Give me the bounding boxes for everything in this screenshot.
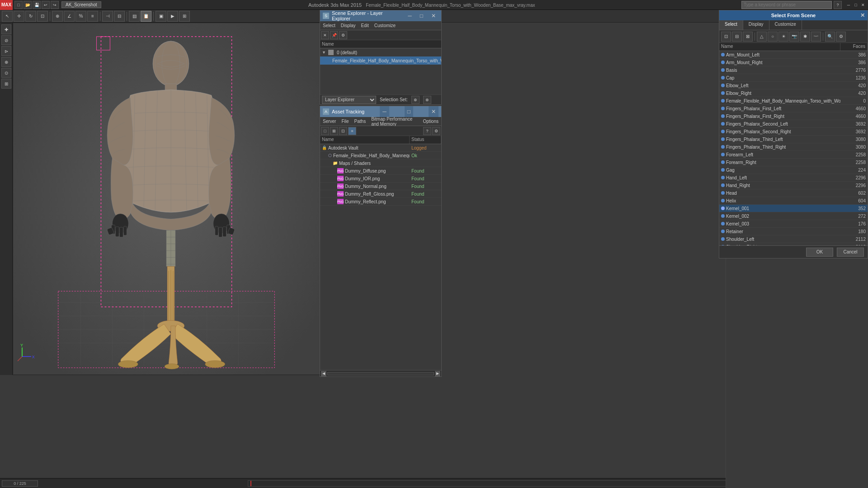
viewport[interactable]: [+] [Perspective] [ Shaded + Edged Faces… [13, 23, 320, 375]
angle-snap[interactable]: ∠ [64, 11, 75, 22]
at-menu-file[interactable]: File [340, 119, 349, 124]
motion-icon[interactable]: ⊕ [1, 57, 11, 67]
se-bottom-icon1[interactable]: ⊕ [411, 96, 420, 104]
sfs-lights[interactable]: ☀ [778, 32, 788, 42]
hierarchy-icon[interactable]: ⊳ [1, 46, 11, 56]
se-menu-select[interactable]: Select [322, 23, 336, 28]
sfs-object-row[interactable]: Shoulder_Left 2112 [719, 235, 868, 243]
workspace-tab[interactable]: AK_Screenshot [61, 1, 101, 8]
mirror-icon[interactable]: ⊣ [102, 11, 113, 22]
sfs-object-row[interactable]: Forearm_Right 2258 [719, 159, 868, 166]
sfs-object-row[interactable]: Cap 1236 [719, 74, 868, 82]
snap-toggle[interactable]: ⊕ [52, 11, 63, 22]
at-row-reflect[interactable]: PNG Dummy_Reflect.png Found [320, 198, 441, 206]
se-settings-icon[interactable]: ⚙ [339, 31, 347, 39]
sfs-object-row[interactable]: Hand_Left 2296 [719, 174, 868, 182]
render-icon[interactable]: ▶ [167, 11, 178, 22]
modify-icon[interactable]: ⊘ [1, 35, 11, 45]
sfs-object-row[interactable]: Fingers_Phalanx_Third_Left 3080 [719, 136, 868, 143]
sfs-shapes[interactable]: ○ [768, 32, 778, 42]
sfs-tab-display[interactable]: Display [743, 20, 769, 30]
scroll-left-btn[interactable]: ◀ [321, 371, 326, 376]
at-scrollbar[interactable]: ◀ ▶ [320, 370, 441, 376]
scene-explorer-icon[interactable]: 📋 [141, 11, 151, 22]
maximize-button[interactable]: □ [853, 2, 859, 8]
scene-explorer-close[interactable]: ✕ [429, 10, 439, 21]
sfs-object-row[interactable]: Gag 224 [719, 166, 868, 174]
sfs-object-row[interactable]: Fingers_Phalanx_First_Right 4660 [719, 113, 868, 120]
sfs-object-row[interactable]: Basis 2776 [719, 66, 868, 74]
sfs-object-row[interactable]: Kernel_001 352 [719, 205, 868, 212]
at-settings-icon[interactable]: ⚙ [432, 127, 440, 135]
scroll-track[interactable] [327, 372, 434, 375]
sfs-options[interactable]: ⚙ [836, 32, 846, 42]
sfs-close-button[interactable]: ✕ [860, 12, 865, 19]
rendered-frame-icon[interactable]: ⊞ [179, 11, 190, 22]
layer-default[interactable]: ▼ 0 (default) [320, 48, 441, 56]
at-content[interactable]: 🔒 Autodesk Vault Logged ⬡ Female_Flexibl… [320, 144, 441, 370]
sfs-select-all[interactable]: ⊡ [721, 32, 731, 42]
sfs-object-row[interactable]: Elbow_Left 420 [719, 82, 868, 89]
at-maximize[interactable]: □ [405, 106, 413, 117]
se-menu-display[interactable]: Display [340, 23, 357, 28]
percent-snap[interactable]: % [75, 11, 86, 22]
layer-manager-icon[interactable]: ▤ [129, 11, 140, 22]
se-bottom-icon2[interactable]: ⊗ [423, 96, 431, 104]
at-tool1[interactable]: □ [321, 127, 329, 135]
at-close[interactable]: ✕ [429, 106, 439, 117]
redo-button[interactable]: ↪ [51, 1, 59, 9]
sfs-object-row[interactable]: Fingers_Phalanx_Second_Left 3692 [719, 120, 868, 128]
spinner-snap[interactable]: ≡ [87, 11, 98, 22]
at-tool4[interactable]: ≡ [348, 127, 356, 135]
sfs-object-row[interactable]: Helix 604 [719, 197, 868, 205]
sfs-tab-select[interactable]: Select [719, 20, 743, 30]
sfs-ok-button[interactable]: OK [806, 248, 833, 257]
layer-dropdown[interactable]: Layer Explorer [322, 96, 376, 104]
close-button[interactable]: ✕ [860, 2, 866, 8]
sfs-object-row[interactable]: Hand_Right 2296 [719, 182, 868, 189]
sfs-object-row[interactable]: Female_Flexible_Half_Body_Mannequin_Tors… [719, 97, 868, 105]
at-menu-paths[interactable]: Paths [354, 119, 367, 124]
se-menu-customize[interactable]: Customize [373, 23, 396, 28]
at-row-refl-gloss[interactable]: PNG Dummy_Refl_Gloss.png Found [320, 190, 441, 198]
at-help-icon[interactable]: ? [423, 127, 431, 135]
scale-icon[interactable]: ⊡ [37, 11, 48, 22]
move-icon[interactable]: ✛ [14, 11, 24, 22]
undo-button[interactable]: ↩ [42, 1, 50, 9]
at-menu-bitmap[interactable]: Bitmap Performance and Memory [370, 117, 418, 127]
minimize-button[interactable]: ─ [845, 2, 852, 8]
select-icon[interactable]: ↖ [2, 11, 13, 22]
help-icon[interactable]: ? [834, 1, 842, 9]
scene-explorer-minimize[interactable]: ─ [405, 10, 415, 21]
render-setup-icon[interactable]: ▣ [156, 11, 166, 22]
at-tool3[interactable]: ⊡ [339, 127, 347, 135]
align-icon[interactable]: ⊟ [114, 11, 125, 22]
sfs-find[interactable]: 🔍 [825, 32, 835, 42]
sfs-object-row[interactable]: Forearm_Left 2258 [719, 151, 868, 159]
sfs-object-row[interactable]: Kernel_002 272 [719, 212, 868, 220]
sfs-object-row[interactable]: Arm_Mount_Right 386 [719, 59, 868, 66]
sfs-object-row[interactable]: Elbow_Right 420 [719, 89, 868, 97]
at-row-ior[interactable]: PNG Dummy_IOR.png Found [320, 175, 441, 183]
open-button[interactable]: 📂 [24, 1, 32, 9]
sfs-warpspacewarps[interactable]: 〰 [811, 32, 821, 42]
sfs-object-row[interactable]: Kernel_003 176 [719, 220, 868, 228]
at-row-maps[interactable]: 📁 Maps / Shaders [320, 160, 441, 167]
sfs-object-row[interactable]: Fingers_Phalanx_Third_Right 3080 [719, 143, 868, 151]
create-icon[interactable]: ✚ [1, 24, 11, 34]
search-input[interactable] [741, 1, 832, 9]
sfs-geo[interactable]: △ [757, 32, 767, 42]
at-row-model[interactable]: ⬡ Female_Flexible_Half_Body_Mannequin_To… [320, 152, 441, 160]
se-menu-edit[interactable]: Edit [360, 23, 370, 28]
at-menu-options[interactable]: Options [422, 119, 439, 124]
utilities-icon[interactable]: ⊞ [1, 79, 11, 89]
sfs-object-row[interactable]: Retainer 180 [719, 228, 868, 235]
at-row-vault[interactable]: 🔒 Autodesk Vault Logged [320, 144, 441, 152]
at-minimize[interactable]: ─ [380, 106, 389, 117]
new-button[interactable]: □ [14, 1, 23, 9]
scene-explorer-content[interactable]: ▼ 0 (default) Female_Flexible_Half_Body_… [320, 48, 441, 94]
sfs-invert[interactable]: ⊟ [732, 32, 742, 42]
sfs-cameras[interactable]: 📷 [789, 32, 799, 42]
save-button[interactable]: 💾 [33, 1, 41, 9]
at-tool2[interactable]: ⊠ [330, 127, 338, 135]
